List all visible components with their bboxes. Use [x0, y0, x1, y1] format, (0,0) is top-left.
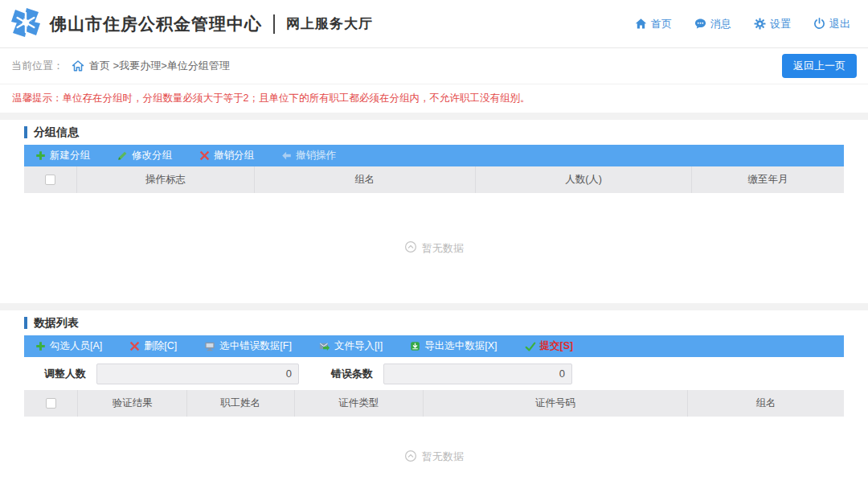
export-icon [410, 341, 420, 351]
adjust-count-input[interactable] [96, 364, 299, 384]
app-header: 佛山市住房公积金管理中心 网上服务大厅 首页 消息 [0, 0, 868, 48]
breadcrumb: 当前位置： 首页 >我要办理>单位分组管理 返回上一页 [0, 48, 868, 84]
file-import-button[interactable]: 文件导入[I] [319, 339, 383, 353]
breadcrumb-path[interactable]: 首页 >我要办理>单位分组管理 [89, 59, 230, 73]
x-icon [199, 150, 210, 161]
power-icon [813, 18, 825, 30]
back-button[interactable]: 返回上一页 [782, 54, 857, 78]
home-icon [635, 18, 647, 30]
section-divider [0, 303, 868, 310]
breadcrumb-home-icon [72, 60, 84, 72]
adjust-form: 调整人数 错误条数 [24, 357, 844, 390]
new-group-button[interactable]: 新建分组 [35, 149, 90, 162]
group-section-title: 分组信息 [0, 120, 868, 145]
submit-button[interactable]: 提交[S] [525, 339, 574, 353]
column-header: 操作标志 [76, 166, 253, 193]
data-table-checkbox-cell [24, 390, 77, 417]
export-selected-button[interactable]: 导出选中数据[X] [410, 339, 497, 353]
nav-label: 消息 [710, 17, 731, 31]
error-count-label: 错误条数 [331, 367, 373, 381]
check-icon [525, 341, 536, 352]
column-header: 组名 [254, 166, 475, 193]
column-header: 人数(人) [475, 166, 691, 193]
gear-icon [754, 18, 766, 30]
group-info-section: 分组信息 新建分组 修改分组 撤销分组 [0, 120, 868, 303]
undo-arrow-icon [281, 150, 292, 161]
nav-item-home[interactable]: 首页 [635, 17, 672, 31]
section-title-bar [24, 317, 27, 329]
nav-label: 设置 [770, 17, 791, 31]
empty-text: 暂无数据 [422, 450, 464, 464]
empty-icon [404, 450, 417, 465]
nav-label: 首页 [651, 17, 672, 31]
section-divider [0, 113, 868, 120]
data-toolbar: 勾选人员[A] 删除[C] 选中错误数据[F] [24, 335, 844, 357]
column-header: 组名 [687, 390, 844, 417]
column-header: 验证结果 [77, 390, 186, 417]
plus-icon [35, 150, 46, 161]
empty-icon [404, 240, 417, 256]
error-count-input[interactable] [383, 364, 572, 384]
select-all-checkbox[interactable] [46, 398, 56, 409]
group-table-checkbox-cell [24, 166, 76, 193]
notice-text: 温馨提示：单位存在分组时，分组数量必须大于等于2；且单位下的所有职工都必须在分组… [0, 84, 868, 113]
select-people-button[interactable]: 勾选人员[A] [35, 339, 102, 353]
undo-action-button[interactable]: 撤销操作 [281, 149, 336, 162]
adjust-count-label: 调整人数 [44, 367, 86, 381]
delete-button[interactable]: 删除[C] [129, 339, 177, 353]
select-error-data-button[interactable]: 选中错误数据[F] [204, 339, 292, 353]
breadcrumb-prefix: 当前位置： [11, 59, 63, 73]
data-table-empty-state: 暂无数据 [0, 417, 868, 497]
column-header: 职工姓名 [186, 390, 294, 417]
nav-label: 退出 [829, 17, 850, 31]
plus-icon [35, 341, 46, 351]
nav-item-settings[interactable]: 设置 [754, 17, 791, 31]
column-header: 证件号码 [423, 390, 687, 417]
group-toolbar: 新建分组 修改分组 撤销分组 撤销操作 [24, 145, 844, 166]
data-list-section: 数据列表 勾选人员[A] 删除[C] [0, 310, 868, 497]
nav-item-logout[interactable]: 退出 [813, 17, 850, 31]
pencil-icon [117, 150, 128, 161]
top-nav: 首页 消息 [635, 17, 850, 31]
empty-text: 暂无数据 [422, 241, 464, 256]
cancel-group-button[interactable]: 撤销分组 [199, 149, 254, 162]
column-header: 证件类型 [294, 390, 423, 417]
title-separator [273, 14, 275, 34]
page: 佛山市住房公积金管理中心 网上服务大厅 首页 消息 [0, 0, 868, 497]
column-header: 缴至年月 [691, 166, 844, 193]
message-icon [694, 18, 706, 30]
section-title-bar [24, 126, 27, 138]
data-table-header: 验证结果 职工姓名 证件类型 证件号码 组名 [24, 390, 844, 417]
app-subtitle: 网上服务大厅 [286, 14, 373, 33]
nav-item-messages[interactable]: 消息 [694, 17, 731, 31]
group-table-empty-state: 暂无数据 [0, 193, 868, 303]
brand-logo-icon [10, 6, 42, 42]
app-title: 佛山市住房公积金管理中心 [50, 13, 262, 35]
select-all-checkbox[interactable] [45, 175, 55, 185]
x-icon [129, 341, 140, 351]
group-table-header: 操作标志 组名 人数(人) 缴至年月 [24, 166, 844, 193]
data-section-title: 数据列表 [0, 310, 868, 335]
brand: 佛山市住房公积金管理中心 网上服务大厅 [10, 6, 373, 42]
edit-group-button[interactable]: 修改分组 [117, 149, 172, 162]
monitor-icon [204, 341, 215, 352]
import-icon [319, 341, 330, 352]
